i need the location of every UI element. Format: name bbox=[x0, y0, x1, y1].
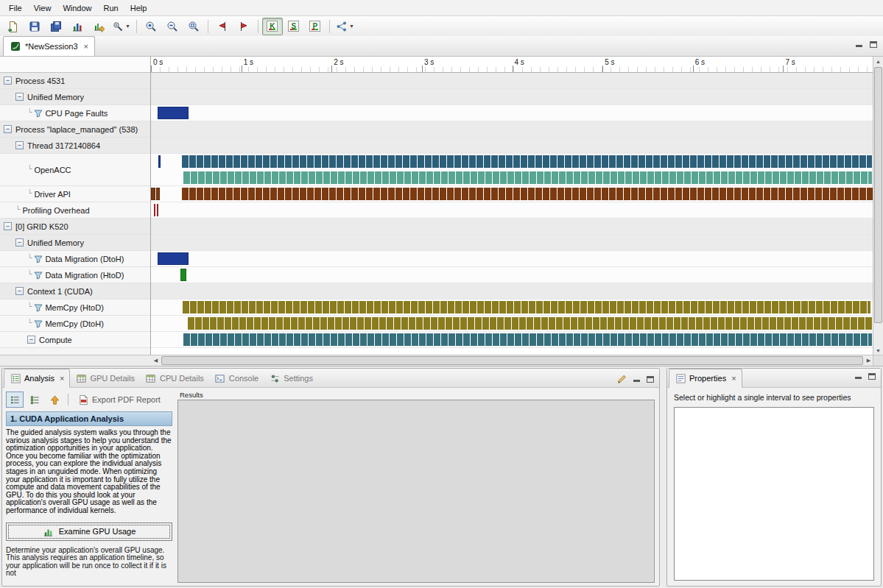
tree-row-compute[interactable]: −Compute bbox=[0, 332, 150, 348]
session-tab-close-icon[interactable]: × bbox=[84, 42, 88, 51]
tree-row-openacc[interactable]: └OpenACC bbox=[0, 154, 150, 186]
horizontal-scrollbar[interactable]: ◀ ▶ bbox=[151, 355, 873, 366]
maximize-icon[interactable] bbox=[870, 41, 877, 48]
close-tab-icon[interactable]: × bbox=[60, 374, 64, 383]
session-tab[interactable]: *NewSession3 × bbox=[3, 36, 95, 56]
zoom-fit-button[interactable] bbox=[183, 18, 204, 35]
properties-hint: Select or highlight a single interval to… bbox=[674, 393, 874, 402]
export-chart-button[interactable] bbox=[88, 18, 109, 35]
horizontal-scroll-thumb[interactable] bbox=[161, 356, 863, 365]
scroll-up-icon[interactable]: ▲ bbox=[873, 57, 883, 66]
tree-row-process-4531[interactable]: −Process 4531 bbox=[0, 73, 150, 89]
interval-bar[interactable] bbox=[182, 188, 873, 200]
tab-properties[interactable]: Properties× bbox=[669, 369, 742, 388]
process-view-button[interactable]: P bbox=[305, 18, 326, 35]
row-label: Profiling Overhead bbox=[22, 206, 89, 215]
kernel-view-button[interactable]: K bbox=[262, 18, 283, 35]
filter-icon bbox=[34, 303, 43, 312]
interval-bar[interactable] bbox=[154, 204, 155, 216]
analysis-description: The guided analysis system walks you thr… bbox=[6, 429, 172, 515]
minimize-icon[interactable] bbox=[633, 376, 641, 383]
minimize-icon[interactable] bbox=[855, 373, 862, 380]
new-session-button[interactable] bbox=[3, 18, 24, 35]
unguided-analysis-toggle[interactable] bbox=[26, 392, 43, 408]
tab-gpu-details-icon bbox=[75, 372, 87, 384]
tab-gpu-details[interactable]: GPU Details bbox=[70, 369, 140, 387]
tools-button[interactable]: ▼ bbox=[110, 18, 133, 35]
interval-bar[interactable] bbox=[188, 317, 871, 330]
interval-bar[interactable] bbox=[183, 171, 871, 184]
process-view-button-icon: P bbox=[309, 21, 320, 32]
pencil-icon[interactable] bbox=[616, 373, 627, 385]
run-analysis-button[interactable]: ▼ bbox=[334, 18, 356, 35]
interval-bar[interactable] bbox=[157, 204, 158, 216]
interval-bar[interactable] bbox=[158, 252, 189, 265]
interval-bar[interactable] bbox=[158, 107, 189, 119]
tree-row-memcpy-dtoh[interactable]: └MemCpy (DtoH) bbox=[0, 316, 150, 332]
tree-row-driver-api[interactable]: └Driver API bbox=[0, 186, 150, 202]
tree-row-thread-3172140864[interactable]: −Thread 3172140864 bbox=[0, 138, 150, 154]
tree-row-data-migration-htod[interactable]: └Data Migration (HtoD) bbox=[0, 267, 150, 283]
menu-view[interactable]: View bbox=[28, 1, 57, 15]
save-all-button[interactable] bbox=[46, 18, 66, 35]
scroll-left-icon[interactable]: ◀ bbox=[151, 355, 161, 366]
collapse-toggle-icon[interactable]: − bbox=[4, 77, 12, 85]
branch-connector-icon: └ bbox=[27, 189, 32, 196]
vertical-scrollbar[interactable]: ▲ ▼ bbox=[873, 57, 883, 355]
tab-settings[interactable]: Settings bbox=[264, 369, 318, 387]
tree-row-profiling-overhead[interactable]: └Profiling Overhead bbox=[0, 202, 150, 219]
tree-row-cpu-page-faults[interactable]: └CPU Page Faults bbox=[0, 105, 150, 121]
tree-row-unified-memory-gpu[interactable]: −Unified Memory bbox=[0, 235, 150, 251]
collapse-toggle-icon[interactable]: − bbox=[15, 238, 24, 247]
tab-console[interactable]: Console bbox=[209, 369, 264, 387]
vertical-scroll-thumb[interactable] bbox=[874, 67, 882, 323]
collapse-analysis-button[interactable] bbox=[46, 392, 63, 408]
prev-marker-button[interactable] bbox=[212, 18, 233, 35]
tree-row-context-1-cuda[interactable]: −Context 1 (CUDA) bbox=[0, 283, 150, 300]
interval-bar[interactable] bbox=[183, 333, 871, 346]
zoom-in-button[interactable] bbox=[141, 18, 161, 35]
menu-run[interactable]: Run bbox=[98, 1, 124, 15]
collapse-toggle-icon[interactable]: − bbox=[15, 141, 24, 149]
timeline-row-data-migration-htod bbox=[151, 267, 873, 283]
maximize-icon[interactable] bbox=[868, 373, 876, 380]
collapse-toggle-icon[interactable]: − bbox=[4, 125, 12, 133]
interval-bar[interactable] bbox=[180, 269, 186, 281]
interval-bar[interactable] bbox=[151, 188, 155, 200]
tree-row-memcpy-htod[interactable]: └MemCpy (HtoD) bbox=[0, 300, 150, 316]
tab-analysis[interactable]: Analysis× bbox=[4, 369, 70, 388]
tree-row-grid-k520[interactable]: −[0] GRID K520 bbox=[0, 219, 150, 235]
tab-cpu-details[interactable]: CPU Details bbox=[140, 369, 209, 387]
menu-window[interactable]: Window bbox=[57, 1, 97, 15]
timeline-chart-button[interactable] bbox=[67, 18, 88, 35]
time-ruler[interactable]: 0 s1 s2 s3 s4 s5 s6 s7 s8 bbox=[151, 57, 873, 73]
collapse-toggle-icon[interactable]: − bbox=[4, 222, 12, 230]
timeline-row-memcpy-htod bbox=[151, 300, 873, 316]
interval-bar[interactable] bbox=[183, 301, 870, 314]
bottom-area: Analysis×GPU DetailsCPU DetailsConsoleSe… bbox=[0, 368, 883, 587]
save-all-icon bbox=[50, 21, 62, 32]
menu-help[interactable]: Help bbox=[124, 1, 153, 15]
save-button[interactable] bbox=[24, 18, 45, 35]
collapse-toggle-icon[interactable]: − bbox=[27, 336, 35, 344]
interval-bar[interactable] bbox=[156, 188, 160, 200]
export-pdf-button[interactable]: Export PDF Report bbox=[73, 392, 165, 408]
tree-row-data-migration-dtoh[interactable]: └Data Migration (DtoH) bbox=[0, 251, 150, 267]
stream-view-button[interactable]: S bbox=[284, 18, 304, 35]
minimize-icon[interactable] bbox=[856, 41, 863, 48]
examine-gpu-usage-button[interactable]: Examine GPU Usage bbox=[6, 523, 172, 541]
maximize-icon[interactable] bbox=[647, 376, 654, 383]
guided-analysis-toggle[interactable] bbox=[6, 392, 24, 408]
collapse-toggle-icon[interactable]: − bbox=[15, 93, 24, 101]
close-tab-icon[interactable]: × bbox=[731, 374, 736, 383]
tree-row-unified-memory-host[interactable]: −Unified Memory bbox=[0, 89, 150, 105]
interval-bar[interactable] bbox=[182, 155, 872, 168]
results-label: Results bbox=[180, 391, 655, 399]
zoom-out-button[interactable] bbox=[162, 18, 183, 35]
tree-row-process-laplace-managed[interactable]: −Process "laplace_managed" (538) bbox=[0, 121, 150, 138]
interval-bar[interactable] bbox=[158, 155, 160, 168]
tab-gpu-details-label: GPU Details bbox=[90, 374, 135, 383]
collapse-toggle-icon[interactable]: − bbox=[15, 287, 24, 295]
next-marker-button[interactable] bbox=[233, 18, 254, 35]
menu-file[interactable]: File bbox=[3, 1, 28, 15]
